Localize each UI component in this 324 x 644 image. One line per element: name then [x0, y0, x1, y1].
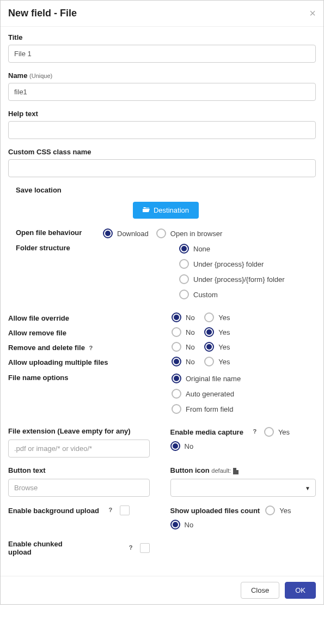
radio-remove-no[interactable]: No — [172, 327, 195, 337]
cssclass-label: Custom CSS class name — [8, 148, 316, 156]
allow-remove-row: Allow remove file No Yes — [8, 327, 316, 339]
radio-icon — [204, 327, 214, 337]
radio-override-no[interactable]: No — [172, 312, 195, 322]
title-group: Title — [8, 33, 316, 63]
destination-button[interactable]: Destination — [133, 202, 199, 219]
radio-folder-none[interactable]: None — [179, 244, 210, 254]
radio-icon — [265, 505, 275, 515]
chunked-label: Enable chunked upload — [8, 540, 74, 556]
radio-folder-custom[interactable]: Custom — [179, 290, 218, 299]
radio-multiple-yes[interactable]: Yes — [204, 357, 230, 366]
helptext-group: Help text — [8, 110, 316, 139]
radio-override-yes[interactable]: Yes — [204, 312, 230, 322]
radio-icon — [204, 357, 214, 366]
title-label: Title — [8, 33, 316, 41]
radio-icon — [204, 342, 214, 352]
button-text-col: Button text — [8, 466, 154, 497]
radio-icon — [172, 389, 181, 399]
button-text-input[interactable] — [8, 479, 150, 497]
file-extension-input[interactable] — [8, 440, 150, 458]
folder-structure-row: Folder structure None Under {process} fo… — [16, 244, 316, 305]
radio-count-no[interactable]: No — [170, 520, 194, 529]
radio-open-browser[interactable]: Open in browser — [156, 228, 222, 238]
allow-multiple-row: Allow uploading multiple files No Yes — [8, 357, 316, 368]
radio-icon — [172, 327, 181, 337]
help-icon[interactable]: ? — [127, 544, 135, 552]
button-icon-select[interactable] — [170, 479, 316, 497]
radio-icon — [172, 404, 181, 414]
radio-removedelete-yes[interactable]: Yes — [204, 342, 230, 352]
bg-upload-col: Enable background upload ? — [8, 505, 154, 531]
radio-icon — [170, 441, 180, 451]
dialog-header: New field - File × — [1, 1, 323, 27]
helptext-input[interactable] — [8, 121, 316, 139]
radio-download[interactable]: Download — [103, 228, 149, 238]
folder-open-icon — [143, 206, 150, 214]
title-input[interactable] — [8, 45, 316, 63]
show-count-label: Show uploaded files count — [170, 507, 260, 515]
radio-filename-auto[interactable]: Auto generated — [172, 389, 234, 399]
file-icon — [233, 468, 239, 474]
radio-icon — [179, 244, 189, 254]
helptext-label: Help text — [8, 110, 316, 118]
save-location-label: Save location — [16, 186, 316, 194]
allow-override-row: Allow file override No Yes — [8, 312, 316, 324]
radio-filename-original[interactable]: Original file name — [172, 374, 241, 383]
close-icon[interactable]: × — [309, 7, 316, 20]
file-extension-col: File extension (Leave empty for any) — [8, 427, 154, 458]
radio-media-no[interactable]: No — [170, 441, 194, 451]
radio-multiple-no[interactable]: No — [172, 357, 195, 366]
radio-filename-field[interactable]: From form field — [172, 404, 233, 414]
file-extension-label: File extension (Leave empty for any) — [8, 427, 131, 435]
show-count-col: Show uploaded files count Yes No — [170, 505, 316, 531]
bg-upload-checkbox[interactable] — [120, 505, 130, 515]
open-behaviour-label: Open file behaviour — [16, 228, 103, 237]
cssclass-input[interactable] — [8, 159, 316, 177]
name-label: Name (Unique) — [8, 71, 316, 80]
folder-structure-label: Folder structure — [16, 244, 179, 252]
filename-options-label: File name options — [8, 374, 172, 382]
media-capture-label: Enable media capture — [170, 428, 243, 436]
dialog-body: Title Name (Unique) Help text Custom CSS… — [1, 27, 323, 576]
cssclass-group: Custom CSS class name — [8, 148, 316, 177]
radio-icon — [103, 228, 113, 238]
radio-count-yes[interactable]: Yes — [265, 505, 291, 515]
radio-icon — [179, 290, 189, 299]
radio-icon — [172, 312, 181, 322]
help-icon[interactable]: ? — [87, 345, 95, 352]
radio-icon — [179, 259, 189, 269]
bg-upload-label: Enable background upload — [8, 507, 99, 515]
open-behaviour-row: Open file behaviour Download Open in bro… — [16, 228, 316, 238]
radio-media-yes[interactable]: Yes — [264, 427, 290, 437]
radio-icon — [156, 228, 166, 238]
name-group: Name (Unique) — [8, 71, 316, 101]
radio-icon — [172, 357, 181, 366]
radio-icon — [204, 312, 214, 322]
media-capture-col: Enable media capture ? Yes No — [170, 427, 316, 458]
button-icon-label: Button icon default: — [170, 466, 239, 474]
button-text-label: Button text — [8, 466, 46, 474]
help-icon[interactable]: ? — [251, 428, 259, 436]
ok-button[interactable]: OK — [285, 582, 316, 599]
radio-icon — [179, 274, 189, 284]
radio-folder-processform[interactable]: Under {process}/{form} folder — [179, 274, 285, 284]
close-button[interactable]: Close — [241, 582, 279, 599]
filename-options-row: File name options Original file name Aut… — [8, 374, 316, 419]
radio-removedelete-no[interactable]: No — [172, 342, 195, 352]
dialog-footer: Close OK — [1, 576, 323, 604]
radio-icon — [170, 520, 180, 529]
remove-delete-row: Remove and delete file? No Yes — [8, 342, 316, 353]
button-icon-col: Button icon default: — [170, 466, 316, 497]
new-field-dialog: New field - File × Title Name (Unique) H… — [0, 0, 324, 605]
radio-folder-process[interactable]: Under {process} folder — [179, 259, 264, 269]
chunked-row: Enable chunked upload ? — [8, 540, 150, 556]
radio-icon — [172, 342, 181, 352]
radio-icon — [264, 427, 274, 437]
help-icon[interactable]: ? — [107, 507, 114, 514]
chunked-checkbox[interactable] — [140, 543, 150, 553]
radio-icon — [172, 374, 181, 383]
radio-remove-yes[interactable]: Yes — [204, 327, 230, 337]
save-location-section: Save location Destination Open file beha… — [8, 186, 316, 305]
name-input[interactable] — [8, 83, 316, 101]
dialog-title: New field - File — [8, 8, 77, 19]
